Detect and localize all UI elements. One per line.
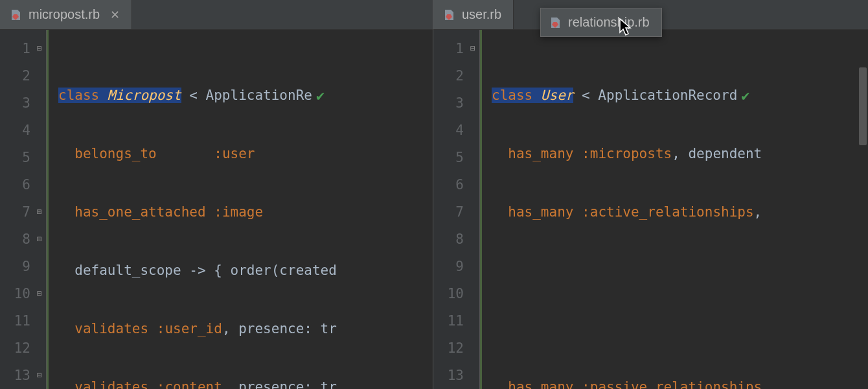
- line-number: 7: [433, 198, 479, 226]
- editor-left[interactable]: 1 2 3 4 5 6 7 8 9 10 11 12 13 ⊟ ⊟ ⊟ ⊟ ⊟: [0, 30, 433, 389]
- line-number: 2: [0, 62, 46, 89]
- fold-marker-icon[interactable]: ⊟: [35, 207, 44, 217]
- line-number: 4: [0, 117, 46, 144]
- code-line: has_one_attached :image: [58, 198, 433, 226]
- line-number: 3: [433, 89, 479, 117]
- line-number: 6: [433, 171, 479, 198]
- check-icon: ✔: [316, 88, 325, 104]
- line-number: 12: [0, 335, 46, 362]
- line-number: 8: [433, 226, 479, 253]
- fold-marker-icon[interactable]: ⊟: [468, 44, 477, 53]
- close-icon[interactable]: ✕: [110, 8, 120, 22]
- drag-tab-label: relationship.rb: [568, 15, 650, 30]
- code-line: validates :user_id, presence: tr: [58, 315, 433, 342]
- fold-marker-icon[interactable]: ⊟: [35, 44, 44, 53]
- vcs-margin: [480, 30, 482, 389]
- tab-label: micropost.rb: [29, 7, 100, 22]
- ruby-file-icon: [442, 8, 455, 21]
- code-line: has_many :passive_relationships: [492, 373, 868, 389]
- code-area-left[interactable]: class Micropost < ApplicationRe✔ belongs…: [47, 30, 433, 389]
- line-number: 2: [433, 62, 479, 89]
- code-area-right[interactable]: class User < ApplicationRecord✔ has_many…: [480, 30, 868, 389]
- line-number: 6: [0, 171, 46, 198]
- code-line: [492, 257, 868, 284]
- tab-user[interactable]: user.rb: [433, 0, 514, 29]
- fold-marker-icon[interactable]: ⊟: [35, 371, 44, 380]
- code-line: has_many :microposts, dependent: [492, 140, 868, 167]
- check-icon: ✔: [741, 88, 749, 104]
- gutter-right: 1 2 3 4 5 6 7 8 9 10 11 12 13 ⊟: [433, 30, 480, 389]
- line-number: 11: [0, 307, 46, 335]
- ruby-file-icon: [549, 16, 562, 29]
- ruby-file-icon: [9, 8, 22, 21]
- line-number: 4: [433, 117, 479, 144]
- fold-marker-icon[interactable]: ⊟: [35, 235, 44, 244]
- right-pane: user.rb 1 2 3 4 5 6 7 8 9 10 11 12 13 ⊟: [433, 0, 868, 389]
- code-line: belongs_to :user: [58, 140, 433, 167]
- editor-split: micropost.rb ✕ 1 2 3 4 5 6 7 8 9 10 11 1…: [0, 0, 868, 389]
- line-number: 11: [433, 307, 479, 335]
- tab-label: user.rb: [462, 7, 501, 22]
- line-number: 5: [433, 144, 479, 171]
- fold-marker-icon[interactable]: ⊟: [35, 289, 44, 298]
- line-number: 9: [433, 253, 479, 280]
- code-line: default_scope -> { order(created: [58, 257, 433, 284]
- line-number: 13: [433, 362, 479, 389]
- code-line: has_many :active_relationships,: [492, 198, 868, 226]
- line-number: 10: [433, 280, 479, 307]
- scrollbar-thumb[interactable]: [859, 67, 867, 145]
- editor-right[interactable]: 1 2 3 4 5 6 7 8 9 10 11 12 13 ⊟ class Us…: [433, 30, 868, 389]
- line-number: 9: [0, 253, 46, 280]
- code-line: [492, 315, 868, 342]
- line-number: 3: [0, 89, 46, 117]
- code-line: class User < ApplicationRecord✔: [492, 82, 868, 109]
- code-line: validates :content, presence: tr: [58, 373, 433, 389]
- line-number: 12: [433, 335, 479, 362]
- tab-bar-left: micropost.rb ✕: [0, 0, 433, 30]
- tab-micropost[interactable]: micropost.rb ✕: [0, 0, 132, 29]
- left-pane: micropost.rb ✕ 1 2 3 4 5 6 7 8 9 10 11 1…: [0, 0, 433, 389]
- scrollbar[interactable]: [859, 62, 867, 386]
- code-line: class Micropost < ApplicationRe✔: [58, 82, 433, 109]
- vcs-margin: [47, 30, 49, 389]
- line-number: 5: [0, 144, 46, 171]
- dragged-tab-relationship[interactable]: relationship.rb: [540, 8, 662, 37]
- gutter-left: 1 2 3 4 5 6 7 8 9 10 11 12 13 ⊟ ⊟ ⊟ ⊟ ⊟: [0, 30, 47, 389]
